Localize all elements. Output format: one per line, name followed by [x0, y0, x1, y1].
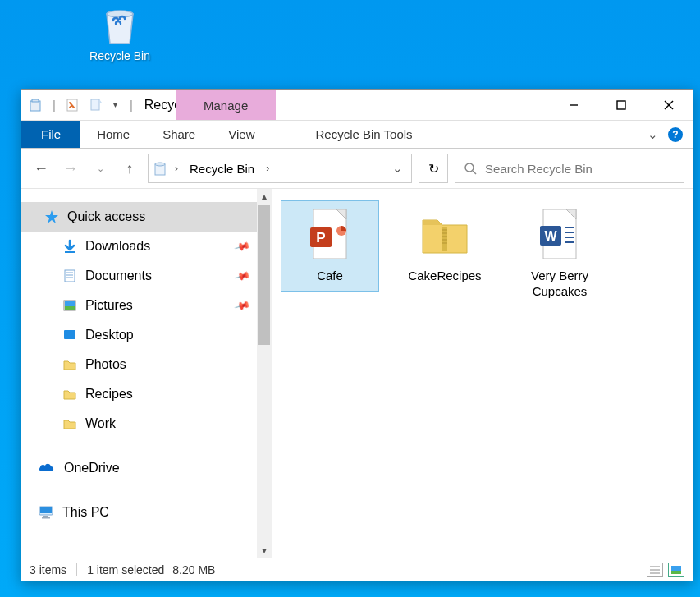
svg-text:W: W — [544, 229, 557, 243]
file-explorer-window: | ▾ | Recycle Bin Manage File Home Share… — [21, 89, 693, 581]
svg-point-11 — [465, 163, 474, 172]
minimize-button[interactable] — [550, 90, 597, 120]
address-bar-icon — [152, 160, 168, 177]
file-label: Cafe — [285, 269, 375, 284]
file-item-cakerecipes[interactable]: CakeRecipes — [396, 200, 494, 292]
refresh-button[interactable]: ↻ — [419, 154, 448, 183]
maximize-button[interactable] — [597, 90, 645, 120]
sidebar-item-label: Photos — [85, 357, 126, 372]
window-controls — [550, 90, 693, 120]
folder-icon — [62, 357, 77, 372]
history-dropdown-icon[interactable]: ⌄ — [89, 157, 112, 180]
svg-rect-21 — [65, 306, 75, 310]
address-dropdown-icon[interactable]: ⌄ — [387, 161, 408, 176]
navigation-bar: ← → ⌄ ↑ › Recycle Bin › ⌄ ↻ Search Recyc… — [21, 149, 693, 188]
navigation-pane: Quick access Downloads 📌 Documents 📌 Pic… — [21, 189, 272, 558]
sidebar-item-onedrive[interactable]: OneDrive — [21, 453, 257, 483]
svg-point-10 — [155, 163, 165, 166]
thumbnails-view-button[interactable] — [668, 563, 684, 577]
sidebar-item-photos[interactable]: Photos — [21, 350, 257, 379]
star-icon — [44, 209, 59, 224]
svg-rect-26 — [42, 517, 50, 519]
file-item-very-berry-cupcakes[interactable]: W Very Berry Cupcakes — [510, 200, 609, 307]
sidebar-item-label: Work — [85, 416, 116, 431]
sidebar-item-desktop[interactable]: Desktop — [21, 320, 257, 350]
ribbon-tabs: File Home Share View Recycle Bin Tools ⌄… — [21, 121, 693, 149]
sidebar-item-label: Desktop — [85, 328, 134, 342]
pictures-icon — [62, 298, 77, 313]
sidebar-item-label: Recipes — [85, 387, 133, 402]
address-segment[interactable]: Recycle Bin — [185, 162, 259, 176]
file-label: Very Berry Cupcakes — [515, 269, 605, 300]
powerpoint-file-icon: P — [285, 206, 375, 264]
help-icon[interactable]: ? — [668, 127, 683, 142]
svg-rect-6 — [617, 101, 625, 109]
sidebar-item-label: Quick access — [67, 209, 145, 224]
details-view-button[interactable] — [647, 563, 663, 577]
scroll-down-icon[interactable]: ▾ — [257, 543, 272, 558]
svg-rect-48 — [671, 571, 681, 574]
forward-button[interactable]: → — [59, 157, 82, 180]
contextual-tab-manage[interactable]: Manage — [176, 90, 276, 120]
close-button[interactable] — [645, 90, 693, 120]
explorer-body: Quick access Downloads 📌 Documents 📌 Pic… — [21, 188, 693, 558]
download-arrow-icon — [62, 239, 77, 254]
svg-text:P: P — [316, 230, 325, 246]
tab-home[interactable]: Home — [80, 121, 146, 148]
svg-line-12 — [473, 171, 476, 174]
document-icon — [62, 269, 77, 283]
back-button[interactable]: ← — [30, 157, 53, 180]
search-icon — [464, 162, 477, 175]
nav-scrollbar[interactable]: ▴ ▾ — [257, 189, 272, 558]
sidebar-item-this-pc[interactable]: This PC — [21, 498, 257, 527]
file-item-cafe[interactable]: P Cafe — [281, 200, 379, 292]
folder-icon — [62, 416, 77, 431]
address-bar[interactable]: › Recycle Bin › ⌄ — [148, 154, 412, 183]
up-button[interactable]: ↑ — [118, 157, 141, 180]
tab-view[interactable]: View — [212, 121, 271, 148]
status-size: 8.20 MB — [172, 563, 215, 576]
status-item-count: 3 items — [30, 563, 66, 576]
sidebar-item-label: OneDrive — [64, 461, 120, 475]
desktop-icon — [62, 328, 77, 342]
search-placeholder: Search Recycle Bin — [485, 162, 592, 176]
chevron-right-icon[interactable]: › — [172, 163, 181, 174]
nav-tree: Quick access Downloads 📌 Documents 📌 Pic… — [21, 189, 257, 558]
recycle-bin-icon — [80, 5, 159, 46]
tab-file[interactable]: File — [21, 121, 80, 148]
status-bar: 3 items 1 item selected 8.20 MB — [21, 558, 693, 581]
sidebar-item-work[interactable]: Work — [21, 409, 257, 439]
svg-rect-20 — [65, 301, 75, 306]
tab-share[interactable]: Share — [146, 121, 212, 148]
collapse-ribbon-icon[interactable]: ⌄ — [647, 127, 658, 142]
status-selection: 1 item selected — [87, 563, 164, 576]
sidebar-item-quick-access[interactable]: Quick access — [21, 202, 257, 232]
desktop-recycle-bin-label: Recycle Bin — [80, 49, 159, 62]
sidebar-item-label: Documents — [85, 269, 152, 283]
file-list[interactable]: P Cafe CakeRecipes — [272, 189, 693, 558]
svg-marker-13 — [45, 210, 58, 223]
search-input[interactable]: Search Recycle Bin — [455, 154, 684, 183]
onedrive-icon — [38, 462, 56, 475]
tab-recycle-bin-tools[interactable]: Recycle Bin Tools — [302, 121, 425, 148]
sidebar-item-label: This PC — [62, 505, 109, 520]
zip-folder-icon — [400, 206, 490, 264]
qat-properties-icon[interactable] — [64, 96, 82, 114]
sidebar-item-label: Pictures — [85, 298, 133, 313]
sidebar-item-documents[interactable]: Documents 📌 — [21, 261, 257, 291]
sidebar-item-recipes[interactable]: Recipes — [21, 379, 257, 409]
svg-rect-2 — [32, 99, 39, 102]
sidebar-item-pictures[interactable]: Pictures 📌 — [21, 291, 257, 320]
svg-rect-4 — [91, 99, 99, 110]
svg-rect-15 — [65, 270, 75, 282]
qat-new-folder-icon[interactable] — [87, 96, 105, 114]
desktop-recycle-bin[interactable]: Recycle Bin — [80, 5, 159, 62]
scroll-thumb[interactable] — [258, 205, 270, 345]
qat-dropdown-icon[interactable]: ▾ — [110, 96, 121, 114]
chevron-right-icon[interactable]: › — [263, 163, 272, 174]
recycle-bin-small-icon[interactable] — [26, 96, 44, 114]
scroll-up-icon[interactable]: ▴ — [257, 189, 272, 204]
svg-rect-22 — [64, 330, 75, 339]
titlebar: | ▾ | Recycle Bin Manage — [21, 90, 693, 121]
sidebar-item-downloads[interactable]: Downloads 📌 — [21, 232, 257, 261]
